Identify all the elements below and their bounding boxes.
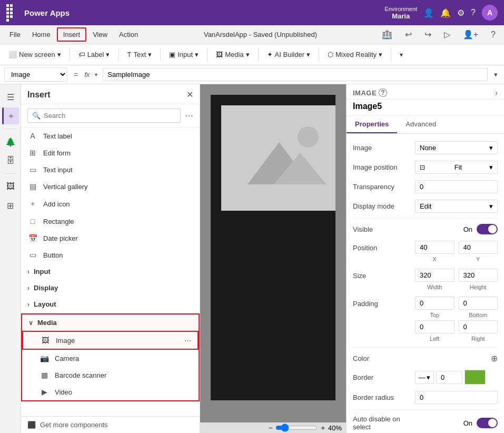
formula-expand-icon[interactable]: ▾ xyxy=(492,71,500,78)
image-subitem[interactable]: 🖼 Image ⋯ xyxy=(22,331,199,350)
layout-group[interactable]: › Layout xyxy=(21,296,200,312)
video-icon: ▶ xyxy=(39,388,50,396)
more-options-icon-2[interactable]: ⋯ xyxy=(184,337,191,345)
component-icon: ⬛ xyxy=(27,421,36,429)
auto-disable-toggle[interactable] xyxy=(477,418,498,428)
chevron-down-icon-4: ▾ xyxy=(195,51,199,58)
list-item[interactable]: ▭ Text input xyxy=(21,161,200,178)
sidebar-data-btn[interactable]: 🗄 xyxy=(2,152,19,169)
list-item[interactable]: A Text label xyxy=(21,127,200,144)
height-col xyxy=(459,269,498,282)
mixed-reality-button[interactable]: ⬡ Mixed Reality ▾ xyxy=(323,48,387,61)
list-item[interactable]: ⊞ Edit form xyxy=(21,144,200,161)
text-button[interactable]: T Text ▾ xyxy=(123,48,156,61)
display-group[interactable]: › Display xyxy=(21,280,200,296)
health-icon[interactable]: 🏥 xyxy=(378,27,397,42)
width-input[interactable] xyxy=(415,269,454,282)
input-group[interactable]: › Input xyxy=(21,263,200,280)
prop-image: Image None ▾ xyxy=(347,138,504,158)
image-prop-value: None ▾ xyxy=(415,141,498,154)
tab-advanced[interactable]: Advanced xyxy=(397,116,444,133)
list-item[interactable]: ▤ Vertical gallery xyxy=(21,178,200,195)
zoom-plus-button[interactable]: + xyxy=(321,424,325,432)
list-item[interactable]: 📅 Date picker xyxy=(21,230,200,247)
tab-properties[interactable]: Properties xyxy=(347,116,397,133)
transparency-input[interactable] xyxy=(415,180,498,193)
list-item[interactable]: ▭ Button xyxy=(21,247,200,263)
image-dropdown[interactable]: None ▾ xyxy=(415,141,498,154)
sidebar-media-btn[interactable]: 🖼 xyxy=(2,178,19,195)
visible-label: Visible xyxy=(353,225,411,233)
formula-input[interactable] xyxy=(103,68,488,81)
gear-icon[interactable]: ⚙ xyxy=(457,8,465,18)
label-button[interactable]: 🏷 Label ▾ xyxy=(74,48,114,61)
share-button[interactable]: 👤+ xyxy=(459,27,482,42)
padding-bottom-input[interactable] xyxy=(459,297,498,310)
main-layout: ☰ ＋ 🌲 🗄 🖼 ⊞ Insert ✕ 🔍 ⋯ A Text label xyxy=(0,84,504,433)
sidebar-components-btn[interactable]: ⊞ xyxy=(2,197,19,214)
color-picker-icon[interactable]: ⊕ xyxy=(491,353,498,363)
border-radius-input[interactable] xyxy=(415,391,498,404)
y-label-col: Y xyxy=(459,256,498,262)
menu-file[interactable]: File xyxy=(4,28,26,41)
barcode-subitem[interactable]: ▦ Barcode scanner xyxy=(22,367,199,383)
search-input[interactable] xyxy=(44,112,176,120)
formula-selector[interactable]: Image xyxy=(4,67,67,82)
chevron-down-icon-6: ▾ xyxy=(307,51,310,58)
position-x-input[interactable] xyxy=(415,241,454,254)
zoom-minus-button[interactable]: − xyxy=(269,424,273,432)
help-circle-icon[interactable]: ? xyxy=(379,88,387,97)
menu-insert[interactable]: Insert xyxy=(57,27,87,42)
display-mode-dropdown[interactable]: Edit ▾ xyxy=(415,200,498,213)
zoom-slider[interactable] xyxy=(275,424,318,432)
avatar[interactable]: A xyxy=(482,5,498,21)
visible-toggle[interactable] xyxy=(477,224,498,234)
right-panel-expand-icon[interactable]: › xyxy=(495,88,498,97)
grid-icon[interactable] xyxy=(6,4,16,22)
input-button[interactable]: ▣ Input ▾ xyxy=(165,48,203,61)
redo-button[interactable]: ↪ xyxy=(420,27,436,42)
sidebar-insert-btn[interactable]: ＋ xyxy=(2,107,19,124)
help-icon[interactable]: ? xyxy=(471,8,476,17)
more-button[interactable]: ▾ xyxy=(396,49,407,61)
padding-top-bottom xyxy=(415,297,498,310)
menu-home[interactable]: Home xyxy=(27,28,56,41)
padding-right-input[interactable] xyxy=(459,320,498,333)
chevron-down-icon-border: ▾ xyxy=(427,373,430,381)
play-button[interactable]: ▷ xyxy=(440,27,454,42)
media-button[interactable]: 🖼 Media ▾ xyxy=(212,48,253,61)
bell-icon[interactable]: 🔔 xyxy=(440,8,451,18)
image-position-dropdown[interactable]: ⊡ Fit ▾ xyxy=(415,161,498,174)
display-mode-value: Edit ▾ xyxy=(415,200,498,213)
list-item[interactable]: ＋ Add icon xyxy=(21,195,200,213)
border-width-input[interactable] xyxy=(436,371,462,384)
button-icon: ▭ xyxy=(27,251,38,259)
list-item[interactable]: □ Rectangle xyxy=(21,213,200,230)
position-y-input[interactable] xyxy=(459,241,498,254)
person-icon[interactable]: 👤 xyxy=(423,8,434,18)
menu-view[interactable]: View xyxy=(87,28,113,41)
camera-subitem[interactable]: 📷 Camera xyxy=(22,350,199,367)
border-style-dropdown[interactable]: — ▾ xyxy=(415,371,434,384)
sidebar-tree-btn[interactable]: 🌲 xyxy=(2,133,19,150)
sidebar-home-btn[interactable]: ☰ xyxy=(2,88,19,105)
gallery-icon: ▤ xyxy=(27,182,38,191)
padding-top-input[interactable] xyxy=(415,297,454,310)
get-more-components[interactable]: ⬛ Get more components xyxy=(21,416,200,433)
prop-size: Size Width xyxy=(347,265,504,293)
ai-builder-button[interactable]: ✦ AI Builder ▾ xyxy=(263,48,314,61)
close-button[interactable]: ✕ xyxy=(186,90,193,100)
svg-point-3 xyxy=(298,126,319,147)
video-subitem[interactable]: ▶ Video xyxy=(22,383,199,400)
padding-left-input[interactable] xyxy=(415,320,454,333)
canvas-scroll-bottom: − + 40% xyxy=(200,422,346,433)
border-color-swatch[interactable] xyxy=(465,370,486,385)
undo-button[interactable]: ↩ xyxy=(401,27,416,42)
more-options-icon[interactable]: ⋯ xyxy=(185,111,193,121)
menu-action[interactable]: Action xyxy=(114,28,143,41)
height-input[interactable] xyxy=(459,269,498,282)
toolbar-sep-6 xyxy=(319,48,319,61)
media-group[interactable]: ∨ Media xyxy=(22,314,199,331)
new-screen-button[interactable]: ⬜ New screen ▾ xyxy=(4,48,65,61)
help-menu-button[interactable]: ? xyxy=(487,28,500,42)
